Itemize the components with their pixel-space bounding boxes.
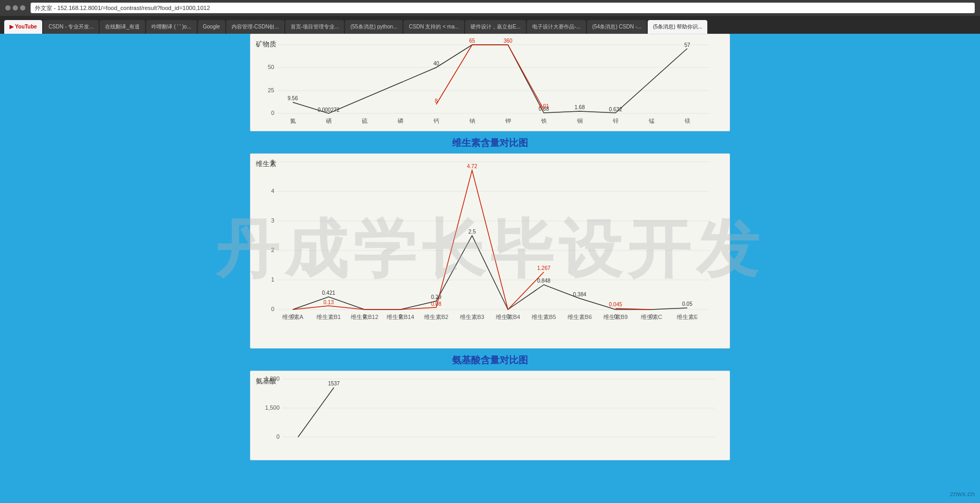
mineral-svg: 0 25 50	[277, 45, 720, 127]
tab-active[interactable]: (5条消息) 帮助你识...	[648, 20, 707, 34]
vit-label-B3-r: 4.72	[467, 163, 477, 169]
vit-xlabel-B5: 维生素B5	[532, 314, 556, 320]
main-content: 丹成学长毕设开发 矿物质 0 25 50	[0, 34, 980, 466]
vit-label-B1-b: 0.421	[322, 290, 335, 296]
tab-csdn54[interactable]: (54条消息) CSDN -...	[587, 20, 647, 34]
vitamin-chart-section: 维生素含量对比图 维生素 0 1 2 3 4 5	[250, 137, 730, 349]
vit-xlabel-E: 维生素E	[677, 314, 698, 320]
vit-label-B5-b: 0.848	[537, 278, 550, 284]
vit-y4: 4	[271, 188, 274, 194]
tab-youdao[interactable]: 在线翻译_有道	[100, 20, 145, 34]
amino-chart-section: 氨基酸含量对比图 氨基酸 0 1,500 1,800 1537	[250, 354, 730, 460]
url-bar[interactable]: 外文室 - 152.168.12.8001/=food_contrast/res…	[31, 3, 975, 13]
vit-label-B9-r: 0.045	[609, 302, 622, 307]
label-copper: 1.68	[574, 104, 585, 110]
amino-chart-label: 氨基酸	[256, 376, 276, 386]
vit-label-B6-b: 0.384	[573, 292, 586, 297]
label-potassium-red: 360	[504, 38, 513, 44]
tab-hardware[interactable]: 硬件设计，嘉立创E...	[465, 20, 526, 34]
vitamin-chart-label: 维生素	[256, 159, 276, 169]
y25: 25	[268, 87, 274, 93]
browser-controls	[5, 3, 27, 13]
tab-electronics[interactable]: 电子设计大赛作品-...	[527, 20, 586, 34]
mineral-black-line	[293, 45, 687, 113]
vit-xlabel-A: 维生素A	[282, 314, 304, 320]
tab-google[interactable]: Google	[198, 20, 225, 34]
label-selenium: 0.000272	[318, 107, 340, 113]
vitamin-chart-title: 维生素含量对比图	[250, 137, 730, 149]
tab-fanyi[interactable]: 咋哩翻译 ( ' ' )o...	[146, 20, 197, 34]
vit-xlabel-B4: 维生素B4	[496, 314, 520, 320]
tab-youtube-label: ▶ YouTube	[9, 24, 37, 30]
vit-label-B3-b: 2.5	[468, 229, 476, 235]
xlabel-k: 钾	[505, 118, 511, 124]
vitamin-chart-container: 维生素 0 1 2 3 4 5	[250, 153, 730, 349]
vit-xlabel-C: 维生素C	[641, 314, 662, 320]
amino-y1500: 1,500	[265, 404, 280, 411]
amino-label-1537: 1537	[328, 381, 340, 386]
y50: 50	[268, 64, 274, 70]
xlabel-cu: 铜	[577, 118, 583, 124]
tab-bar: ▶ YouTube CSDN - 专业开发... 在线翻译_有道 咋哩翻译 ( …	[0, 16, 980, 34]
vit-label-B5-r: 1.267	[537, 265, 550, 271]
label-calcium-red: 8	[435, 98, 438, 104]
xlabel-fe: 铁	[541, 118, 547, 124]
xlabel-se: 硒	[325, 118, 332, 124]
vitamin-red-line-1	[293, 170, 544, 309]
label-magnesium: 57	[684, 42, 690, 48]
tab-ma[interactable]: CSDN 支持的 < ma...	[403, 20, 464, 34]
amino-black-line	[298, 388, 334, 437]
vit-xlabel-B3: 维生素B3	[460, 314, 484, 320]
xlabel-p: 磷	[397, 118, 403, 124]
label-nitrogen: 9.56	[287, 95, 298, 101]
xlabel-na: 钠	[469, 118, 475, 124]
tab-csdn-content[interactable]: 内容管理-CSDN创...	[226, 20, 284, 34]
label-iron-red: 3.01	[539, 103, 549, 109]
vit-y3: 3	[271, 217, 274, 224]
label-calcium: 40	[433, 61, 439, 66]
mineral-chart-label: 矿物质	[256, 40, 276, 49]
vitamin-svg: 0 1 2 3 4 5 0 0.421 0 0 0.	[277, 162, 720, 320]
vit-label-B2-r: 0.08	[431, 301, 441, 307]
amino-y0: 0	[276, 433, 280, 440]
amino-chart-title: 氨基酸含量对比图	[250, 354, 730, 366]
xlabel-n: 氮	[290, 118, 296, 124]
tab-csdn[interactable]: CSDN - 专业开发...	[43, 20, 99, 34]
xlabel-mn: 锰	[648, 118, 655, 124]
vit-xlabel-B2: 维生素B2	[424, 314, 448, 320]
vit-xlabel-B1: 维生素B1	[316, 314, 341, 320]
mineral-chart-container: 矿物质 0 25 50	[250, 34, 730, 131]
browser-bar: 外文室 - 152.168.12.8001/=food_contrast/res…	[0, 0, 980, 16]
vit-y0: 0	[271, 306, 274, 312]
vit-y1: 1	[271, 276, 274, 283]
amino-svg: 0 1,500 1,800 1537	[282, 379, 725, 448]
xlabel-mg: 镁	[684, 118, 690, 124]
vit-label-E-b: 0.05	[682, 301, 693, 307]
vit-xlabel-B12: 维生素B12	[351, 314, 379, 320]
tab-python[interactable]: (55条消息) python...	[345, 20, 402, 34]
vit-xlabel-B6: 维生素B6	[568, 314, 592, 320]
y0: 0	[271, 110, 274, 116]
vit-y2: 2	[271, 247, 274, 253]
vit-label-B1-r: 0.13	[323, 299, 334, 305]
mineral-red-line	[436, 45, 544, 110]
vit-xlabel-B14: 维生素B14	[387, 314, 415, 320]
xlabel-s: 硫	[362, 118, 368, 124]
xlabel-ca: 钙	[433, 118, 439, 124]
vitamin-black-line	[293, 236, 687, 309]
tab-project[interactable]: 首页-项目管理专业...	[285, 20, 344, 34]
mineral-chart-section: 矿物质 0 25 50	[250, 34, 730, 131]
vit-xlabel-B9: 维生素B9	[603, 314, 628, 320]
label-sodium-red: 65	[469, 38, 475, 44]
xlabel-zn: 锌	[612, 118, 619, 124]
amino-chart-container: 氨基酸 0 1,500 1,800 1537	[250, 371, 730, 460]
label-zinc: 0.632	[609, 107, 622, 112]
vit-label-B2-b: 0.29	[431, 294, 441, 300]
tab-youtube[interactable]: ▶ YouTube	[4, 20, 42, 34]
